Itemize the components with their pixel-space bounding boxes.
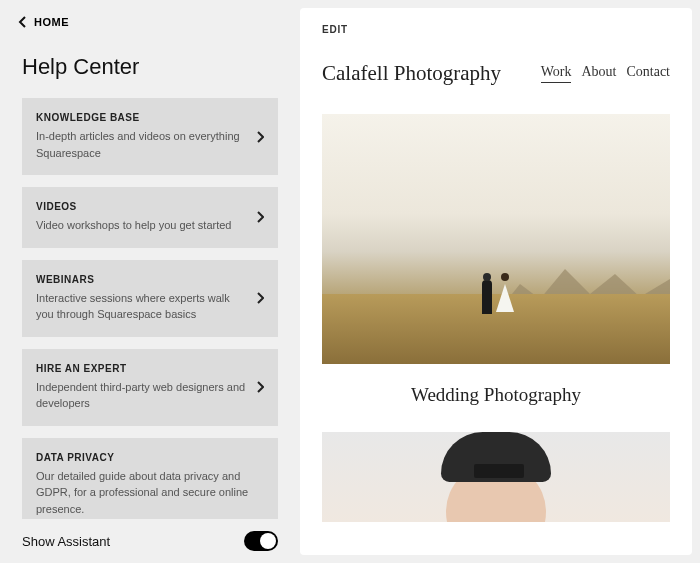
card-data-privacy[interactable]: DATA PRIVACY Our detailed guide about da… <box>22 438 278 520</box>
nav-contact[interactable]: Contact <box>626 64 670 83</box>
help-sidebar: HOME Help Center KNOWLEDGE BASE In-depth… <box>0 0 300 563</box>
preview-content: Wedding Photography <box>300 114 692 555</box>
hero-image <box>322 114 670 364</box>
edit-button[interactable]: EDIT <box>300 8 692 51</box>
card-desc: Video workshops to help you get started <box>36 217 248 234</box>
chevron-right-icon <box>256 211 264 223</box>
show-assistant-row: Show Assistant <box>0 519 300 563</box>
site-nav: Work About Contact <box>541 64 670 83</box>
card-hire-expert[interactable]: HIRE AN EXPERT Independent third-party w… <box>22 349 278 426</box>
card-desc: In-depth articles and videos on everythi… <box>36 128 248 161</box>
nav-about[interactable]: About <box>581 64 616 83</box>
site-preview-panel: EDIT Calafell Photography Work About Con… <box>300 8 692 555</box>
site-title: Calafell Photography <box>322 61 501 86</box>
portrait-image <box>322 432 670 522</box>
card-desc: Independent third-party web designers an… <box>36 379 248 412</box>
assistant-label: Show Assistant <box>22 534 110 549</box>
card-desc: Interactive sessions where experts walk … <box>36 290 248 323</box>
chevron-right-icon <box>256 292 264 304</box>
home-label: HOME <box>34 16 69 28</box>
image-caption: Wedding Photography <box>322 364 670 432</box>
card-title: HIRE AN EXPERT <box>36 363 248 374</box>
card-videos[interactable]: VIDEOS Video workshops to help you get s… <box>22 187 278 248</box>
card-title: DATA PRIVACY <box>36 452 264 463</box>
site-header: Calafell Photography Work About Contact <box>300 51 692 114</box>
chevron-right-icon <box>256 131 264 143</box>
card-webinars[interactable]: WEBINARS Interactive sessions where expe… <box>22 260 278 337</box>
help-center-title: Help Center <box>0 42 300 98</box>
card-desc: Our detailed guide about data privacy an… <box>36 468 264 518</box>
nav-work[interactable]: Work <box>541 64 572 83</box>
home-link[interactable]: HOME <box>0 0 300 42</box>
chevron-right-icon <box>256 381 264 393</box>
card-title: KNOWLEDGE BASE <box>36 112 248 123</box>
card-title: VIDEOS <box>36 201 248 212</box>
card-knowledge-base[interactable]: KNOWLEDGE BASE In-depth articles and vid… <box>22 98 278 175</box>
card-title: WEBINARS <box>36 274 248 285</box>
help-cards-list: KNOWLEDGE BASE In-depth articles and vid… <box>0 98 300 519</box>
assistant-toggle[interactable] <box>244 531 278 551</box>
chevron-left-icon <box>18 16 28 28</box>
